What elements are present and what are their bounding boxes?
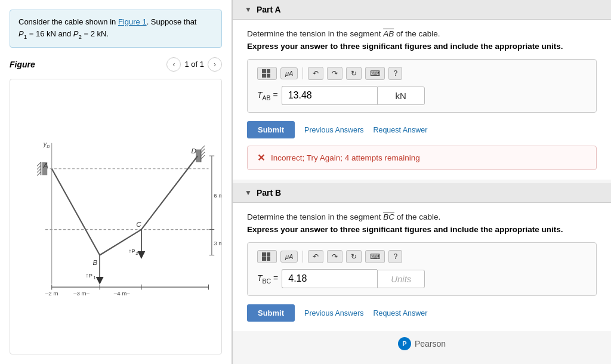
svg-text:6 m: 6 m xyxy=(214,192,221,199)
part-a-question1: Determine the tension in the segment AB … xyxy=(247,29,597,38)
part-b-question1: Determine the tension in the segment BC … xyxy=(247,212,597,221)
part-b-keyboard-btn[interactable]: ⌨ xyxy=(365,250,385,263)
part-a-input-row: TAB = kN xyxy=(257,86,587,105)
part-a-mu-btn[interactable]: μA xyxy=(280,67,298,79)
svg-text:–4 m–: –4 m– xyxy=(114,290,130,297)
problem-intro: Consider the cable shown in xyxy=(18,17,118,26)
pearson-footer: P Pearson xyxy=(233,332,611,355)
part-a-grid-btn[interactable] xyxy=(257,67,277,80)
part-b-redo-btn[interactable]: ↷ xyxy=(327,250,342,263)
part-a-prev-answers-link[interactable]: Previous Answers xyxy=(304,126,363,134)
svg-line-7 xyxy=(37,168,41,172)
part-b-header: ▼ Part B xyxy=(233,183,611,203)
svg-text:–2 m: –2 m xyxy=(45,290,58,297)
part-a-keyboard-btn[interactable]: ⌨ xyxy=(365,67,385,80)
svg-line-6 xyxy=(37,165,41,169)
problem-statement: Consider the cable shown in Figure 1. Su… xyxy=(10,10,222,48)
figure-next-button[interactable]: › xyxy=(208,57,222,72)
problem-rest: . Suppose that xyxy=(147,17,197,26)
svg-text:1: 1 xyxy=(93,275,95,280)
part-a-help-btn[interactable]: ? xyxy=(388,67,402,80)
part-b-reset-btn[interactable]: ↻ xyxy=(346,250,362,263)
part-a-section: ▼ Part A Determine the tension in the se… xyxy=(233,0,611,180)
part-b-segment: BC xyxy=(383,212,394,221)
part-b-mu-btn[interactable]: μA xyxy=(280,251,298,263)
part-b-section: ▼ Part B Determine the tension in the se… xyxy=(233,183,611,331)
svg-text:–3 m–: –3 m– xyxy=(73,290,90,297)
svg-text:↑P: ↑P xyxy=(128,248,135,254)
part-b-request-answer-link[interactable]: Request Answer xyxy=(373,309,427,317)
part-b-content: Determine the tension in the segment BC … xyxy=(233,203,611,331)
right-panel: ▼ Part A Determine the tension in the se… xyxy=(233,0,611,364)
svg-text:2: 2 xyxy=(135,251,138,256)
part-a-units: kN xyxy=(377,87,425,105)
part-b-input-row: TBC = Units xyxy=(257,269,587,288)
svg-line-14 xyxy=(201,155,205,159)
part-a-action-row: Submit Previous Answers Request Answer xyxy=(247,121,597,138)
part-b-prev-answers-link[interactable]: Previous Answers xyxy=(304,309,363,317)
part-b-toolbar: μA ↶ ↷ ↻ ⌨ ? xyxy=(257,250,587,263)
svg-line-5 xyxy=(37,162,41,166)
part-a-toolbar: μA ↶ ↷ ↻ ⌨ ? xyxy=(257,67,587,80)
mu-icon-b: μA xyxy=(285,253,293,260)
part-b-input-label: TBC = xyxy=(257,273,278,285)
figure-nav: ‹ 1 of 1 › xyxy=(166,57,222,72)
part-b-units[interactable]: Units xyxy=(377,270,425,288)
part-a-input-label: TAB = xyxy=(257,90,278,101)
svg-text:↑P: ↑P xyxy=(86,272,92,279)
part-b-answer-box: μA ↶ ↷ ↻ ⌨ ? TBC = Units xyxy=(247,242,597,296)
part-a-content: Determine the tension in the segment AB … xyxy=(233,20,611,180)
part-b-collapse-arrow[interactable]: ▼ xyxy=(245,189,252,197)
part-a-segment: AB xyxy=(383,29,394,38)
grid-icon xyxy=(262,69,270,78)
part-a-reset-btn[interactable]: ↻ xyxy=(346,67,362,80)
svg-line-17 xyxy=(141,156,198,229)
part-a-input[interactable] xyxy=(282,86,377,105)
svg-text:3 m: 3 m xyxy=(214,240,221,246)
part-b-action-row: Submit Previous Answers Request Answer xyxy=(247,304,597,322)
part-b-sep1 xyxy=(303,251,303,263)
part-a-feedback-text: Incorrect; Try Again; 4 attempts remaini… xyxy=(271,153,420,162)
feedback-x-icon: ✕ xyxy=(257,152,265,164)
part-b-undo-btn[interactable]: ↶ xyxy=(308,250,323,263)
problem-eq: P1 = 16 kN and P2 = 2 kN. xyxy=(18,29,109,38)
part-a-request-answer-link[interactable]: Request Answer xyxy=(373,126,427,134)
part-b-input[interactable] xyxy=(282,269,377,288)
svg-line-15 xyxy=(52,168,100,255)
mu-icon: μA xyxy=(285,70,293,77)
part-b-help-btn[interactable]: ? xyxy=(388,250,402,263)
part-a-label: Part A xyxy=(257,5,281,14)
figure-link[interactable]: Figure 1 xyxy=(118,17,147,26)
svg-line-8 xyxy=(37,172,41,175)
svg-text:C: C xyxy=(136,220,141,229)
svg-text:D: D xyxy=(192,147,197,155)
part-a-question2: Express your answer to three significant… xyxy=(247,42,597,51)
left-panel: Consider the cable shown in Figure 1. Su… xyxy=(0,0,233,364)
part-a-undo-btn[interactable]: ↶ xyxy=(308,67,323,80)
part-a-collapse-arrow[interactable]: ▼ xyxy=(245,5,252,14)
svg-text:A: A xyxy=(43,161,48,169)
pearson-label: Pearson xyxy=(415,339,446,348)
svg-rect-9 xyxy=(196,149,201,162)
svg-text:D: D xyxy=(47,144,50,149)
svg-line-12 xyxy=(201,149,205,152)
svg-text:B: B xyxy=(92,258,97,266)
figure-page: 1 of 1 xyxy=(184,60,204,69)
part-b-grid-btn[interactable] xyxy=(257,250,277,263)
part-a-feedback: ✕ Incorrect; Try Again; 4 attempts remai… xyxy=(247,146,597,170)
part-b-submit-btn[interactable]: Submit xyxy=(247,304,295,322)
figure-header: Figure ‹ 1 of 1 › xyxy=(10,57,222,72)
figure-diagram: –2 m –3 m– –4 m– 6 m 3 m A B C D y D ↑P … xyxy=(10,79,221,354)
part-b-question2: Express your answer to three significant… xyxy=(247,225,597,234)
svg-line-11 xyxy=(201,146,205,149)
svg-line-13 xyxy=(201,152,205,156)
pearson-logo: P xyxy=(398,337,411,350)
figure-title: Figure xyxy=(10,60,35,69)
part-a-sep1 xyxy=(303,67,303,79)
part-a-submit-btn[interactable]: Submit xyxy=(247,121,295,138)
part-a-redo-btn[interactable]: ↷ xyxy=(327,67,342,80)
part-b-label: Part B xyxy=(257,188,281,198)
part-a-answer-box: μA ↶ ↷ ↻ ⌨ ? TAB = kN xyxy=(247,59,597,113)
figure-prev-button[interactable]: ‹ xyxy=(166,57,181,72)
figure-area: –2 m –3 m– –4 m– 6 m 3 m A B C D y D ↑P … xyxy=(10,79,222,354)
